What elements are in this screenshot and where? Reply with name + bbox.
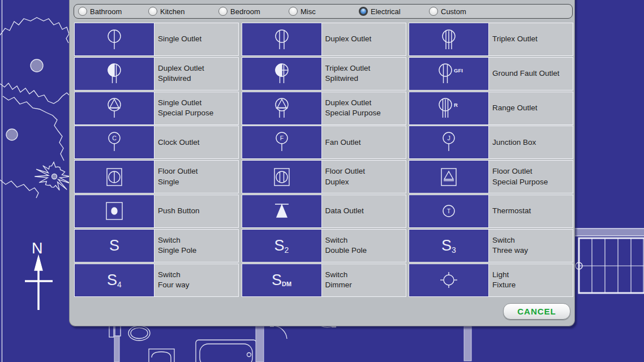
symbol-cell-duplex-outlet-special-purpose[interactable]: Duplex Outlet Special Purpose (242, 92, 406, 125)
compass-arrow-icon (25, 256, 53, 310)
symbol-cell-data-outlet[interactable]: Data Outlet (242, 195, 406, 228)
radio-bathroom[interactable]: Bathroom (78, 7, 148, 16)
symbol-cell-single-outlet-special-purpose[interactable]: Single Outlet Special Purpose (74, 92, 239, 125)
range-outlet-icon: R (409, 92, 488, 124)
symbol-label: Ground Fault Outlet (488, 58, 573, 90)
cancel-button[interactable]: CANCEL (503, 303, 570, 320)
symbol-cell-switch-single-pole[interactable]: SSwitch Single Pole (74, 229, 239, 262)
clock-outlet-icon: C (75, 126, 154, 158)
door-frame (109, 322, 121, 362)
symbol-cell-range-outlet[interactable]: RRange Outlet (409, 92, 573, 125)
switch-dimmer-icon: SDM (242, 264, 321, 296)
radio-circle-icon (429, 7, 438, 16)
symbol-cell-triplex-outlet-splitwired[interactable]: Triplex Outlet Splitwired (242, 57, 406, 90)
symbol-cell-fan-outlet[interactable]: FFan Outlet (242, 126, 406, 159)
bathtub-icon (196, 340, 256, 362)
symbol-grid: Single OutletDuplex OutletTriplex Outlet… (74, 23, 573, 297)
symbol-label: Thermostat (488, 195, 573, 227)
radio-circle-icon (148, 7, 157, 16)
triplex-outlet-icon (409, 23, 488, 55)
symbol-cell-duplex-outlet-splitwired[interactable]: Duplex Outlet Splitwired (74, 57, 239, 90)
symbol-label: Single Outlet Special Purpose (154, 92, 238, 124)
symbol-cell-floor-outlet-single[interactable]: Floor Outlet Single (74, 160, 239, 193)
floor-outlet-single-icon (75, 161, 154, 193)
symbol-label: Junction Box (488, 126, 573, 158)
wall-segment (464, 326, 471, 361)
wall-segment (256, 325, 264, 362)
switch-three-way-icon: S3 (409, 230, 488, 262)
symbol-cell-triplex-outlet[interactable]: Triplex Outlet (409, 23, 573, 56)
tree-icon (0, 180, 38, 198)
svg-text:T: T (447, 208, 451, 214)
radio-circle-icon (289, 7, 298, 16)
symbol-label: Floor Outlet Special Purpose (488, 161, 573, 193)
triplex-outlet-splitwired-icon (242, 58, 321, 90)
single-outlet-icon (75, 23, 154, 55)
symbol-label: Fan Outlet (321, 126, 406, 158)
symbol-label: Triplex Outlet (488, 23, 573, 55)
category-radio-bar: BathroomKitchenBedroomMiscElectricalCust… (74, 4, 573, 19)
radio-custom[interactable]: Custom (429, 7, 499, 16)
svg-text:C: C (112, 135, 117, 141)
radio-electrical[interactable]: Electrical (359, 7, 429, 16)
symbol-cell-junction-box[interactable]: JJunction Box (409, 126, 573, 159)
svg-text:R: R (454, 102, 458, 108)
symbol-label: Clock Outlet (154, 126, 238, 158)
symbol-label: Switch Double Pole (321, 230, 406, 262)
tree-icon (3, 96, 64, 161)
symbol-label: Switch Three way (488, 230, 573, 262)
symbol-label: Floor Outlet Single (154, 161, 238, 193)
symbol-label: Range Outlet (488, 92, 573, 124)
tree-trunk-icon (52, 174, 57, 179)
symbol-label: Switch Single Pole (154, 230, 238, 262)
toilet-icon (128, 326, 150, 341)
symbol-label: Single Outlet (154, 23, 238, 55)
wall-segment (575, 229, 644, 236)
symbol-cell-switch-dimmer[interactable]: SDMSwitch Dimmer (242, 264, 406, 297)
symbol-label: Triplex Outlet Splitwired (321, 58, 406, 90)
switch-four-way-icon: S4 (75, 264, 154, 296)
symbol-cell-push-button[interactable]: Push Button (74, 195, 239, 228)
switch-double-pole-icon: S2 (242, 230, 321, 262)
symbol-cell-ground-fault-outlet[interactable]: GFIGround Fault Outlet (409, 57, 573, 90)
tree-trunk-icon (6, 129, 18, 140)
symbol-cell-thermostat[interactable]: TThermostat (409, 195, 573, 228)
data-outlet-icon (242, 195, 321, 227)
radio-label: Kitchen (160, 7, 184, 16)
symbol-label: Switch Four way (154, 264, 238, 296)
symbol-cell-single-outlet[interactable]: Single Outlet (74, 23, 239, 56)
duplex-outlet-splitwired-icon (75, 58, 154, 90)
single-outlet-special-purpose-icon (75, 92, 154, 124)
symbol-cell-floor-outlet-duplex[interactable]: Floor Outlet Duplex (242, 160, 406, 193)
symbol-cell-clock-outlet[interactable]: CClock Outlet (74, 126, 239, 159)
duplex-outlet-icon (242, 23, 321, 55)
sink-icon (149, 349, 174, 362)
radio-misc[interactable]: Misc (289, 7, 359, 16)
symbol-label: Data Outlet (321, 195, 406, 227)
duplex-outlet-special-purpose-icon (242, 92, 321, 124)
symbol-cell-switch-four-way[interactable]: S4Switch Four way (74, 264, 239, 297)
tree-trunk-icon (31, 59, 43, 72)
symbol-cell-floor-outlet-special-purpose[interactable]: Floor Outlet Special Purpose (409, 160, 573, 193)
symbol-label: Floor Outlet Duplex (321, 161, 406, 193)
symbol-cell-light-fixture[interactable]: Light Fixture (409, 264, 573, 297)
symbol-label: Push Button (154, 195, 238, 227)
tree-icon (0, 18, 69, 43)
floor-outlet-duplex-icon (242, 161, 321, 193)
svg-text:F: F (280, 135, 283, 141)
fan-outlet-icon: F (242, 126, 321, 158)
symbol-label: Duplex Outlet Splitwired (154, 58, 238, 90)
blueprint-canvas: N (0, 0, 644, 362)
light-fixture-icon (409, 264, 488, 296)
floor-outlet-special-purpose-icon (409, 161, 488, 193)
symbol-cell-switch-double-pole[interactable]: S2Switch Double Pole (242, 229, 406, 262)
symbol-label: Duplex Outlet (321, 23, 406, 55)
radio-circle-icon (218, 7, 227, 16)
thermostat-icon: T (409, 195, 488, 227)
svg-text:GFI: GFI (454, 67, 463, 74)
radio-bedroom[interactable]: Bedroom (218, 7, 289, 16)
symbol-label: Light Fixture (488, 264, 573, 296)
symbol-cell-duplex-outlet[interactable]: Duplex Outlet (242, 23, 406, 56)
symbol-cell-switch-three-way[interactable]: S3Switch Three way (409, 229, 573, 262)
radio-kitchen[interactable]: Kitchen (148, 7, 218, 16)
